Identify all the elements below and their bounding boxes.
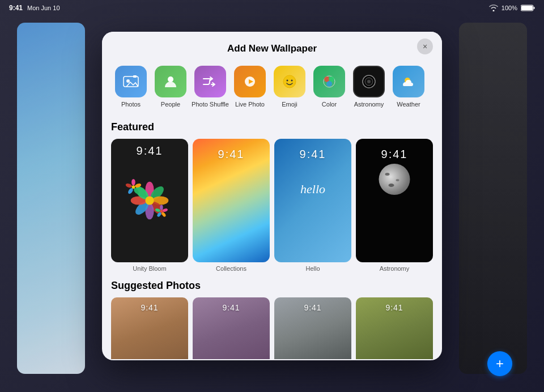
svg-point-15: [326, 81, 332, 87]
category-photos[interactable]: Photos: [111, 66, 151, 108]
status-time: 9:41: [9, 4, 23, 12]
modal-header: Add New Wallpaper ×: [102, 32, 442, 61]
category-photo-shuffle[interactable]: Photo Shuffle: [190, 66, 230, 108]
featured-card-hello[interactable]: 9:41 hello Hello: [274, 139, 351, 273]
unity-bloom-label: Unity Bloom: [111, 265, 188, 272]
close-button[interactable]: ×: [417, 39, 433, 54]
featured-grid: 9:41 Unity Bloom 9:41 Collections 9:41 h…: [111, 139, 433, 273]
suggested-photo-3[interactable]: 9:41: [274, 297, 351, 359]
suggested-photos-grid: 9:41 9:41 9:41 9:41: [111, 297, 433, 359]
svg-point-34: [132, 185, 135, 189]
category-color[interactable]: Color: [309, 66, 349, 108]
photos-icon: [115, 66, 147, 97]
featured-card-collections[interactable]: 9:41 Collections: [193, 139, 270, 273]
featured-card-astronomy[interactable]: 9:41 Astronomy: [356, 139, 433, 273]
featured-section-title: Featured: [111, 121, 433, 133]
astronomy-icon: [353, 66, 385, 97]
unity-bloom-time: 9:41: [111, 144, 188, 157]
status-bar: 9:41 Mon Jun 10 100%: [0, 0, 544, 16]
add-wallpaper-modal: Add New Wallpaper × Photos People Photo …: [102, 32, 442, 360]
svg-rect-1: [521, 6, 533, 10]
svg-rect-5: [133, 75, 137, 78]
status-indicators: 100%: [489, 5, 535, 11]
category-row: Photos People Photo Shuffle Live Photo E…: [102, 61, 442, 114]
svg-rect-2: [534, 7, 535, 9]
hello-text: hello: [274, 182, 351, 197]
category-people[interactable]: People: [151, 66, 190, 108]
svg-rect-3: [124, 76, 138, 87]
suggested-photo-1[interactable]: 9:41: [111, 297, 188, 359]
hello-label: Hello: [274, 265, 351, 272]
modal-content[interactable]: Featured: [102, 114, 442, 359]
suggested-photo-3-time: 9:41: [274, 303, 351, 312]
emoji-label: Emoji: [282, 101, 298, 108]
add-wallpaper-button[interactable]: +: [487, 351, 512, 376]
svg-point-29: [131, 179, 135, 185]
svg-point-28: [145, 196, 154, 204]
modal-title: Add New Wallpaper: [227, 43, 317, 54]
photo-shuffle-label: Photo Shuffle: [192, 101, 229, 108]
plus-icon: +: [496, 356, 504, 372]
people-label: People: [161, 101, 180, 108]
svg-point-10: [287, 80, 288, 82]
weather-icon: [393, 66, 424, 97]
svg-point-35: [160, 204, 163, 210]
close-icon: ×: [423, 42, 427, 51]
category-emoji[interactable]: Emoji: [270, 66, 309, 108]
suggested-photo-4[interactable]: 9:41: [356, 297, 433, 359]
weather-label: Weather: [397, 101, 420, 108]
svg-point-6: [168, 76, 173, 82]
astronomy-label: Astronomy: [356, 265, 433, 272]
featured-card-unity-bloom[interactable]: 9:41 Unity Bloom: [111, 139, 188, 273]
wallpaper-preview-right[interactable]: [459, 23, 527, 374]
wallpaper-right-inner: [459, 23, 527, 374]
live-photo-label: Live Photo: [235, 101, 265, 108]
category-live-photo[interactable]: Live Photo: [230, 66, 270, 108]
wallpaper-left-inner: [17, 23, 85, 374]
suggested-photo-4-time: 9:41: [356, 303, 433, 312]
live-photo-icon: [234, 66, 266, 97]
status-date: Mon Jun 10: [27, 5, 60, 11]
suggested-photo-2[interactable]: 9:41: [193, 297, 270, 359]
svg-point-33: [125, 182, 133, 188]
emoji-icon: [274, 66, 305, 97]
collections-label: Collections: [193, 265, 270, 272]
suggested-section-title: Suggested Photos: [111, 280, 433, 292]
svg-point-11: [291, 80, 293, 82]
svg-point-9: [283, 75, 296, 88]
svg-point-4: [126, 79, 130, 83]
color-icon: [313, 66, 345, 97]
category-weather[interactable]: Weather: [389, 66, 428, 108]
category-astronomy[interactable]: Astronomy: [349, 66, 389, 108]
suggested-photo-1-time: 9:41: [111, 303, 188, 312]
svg-point-40: [160, 210, 163, 213]
battery-icon: [521, 5, 535, 11]
wallpaper-preview-left[interactable]: [17, 23, 85, 374]
color-label: Color: [322, 101, 337, 108]
astronomy-time: 9:41: [356, 148, 433, 161]
photos-label: Photos: [121, 101, 141, 108]
photo-shuffle-icon: [194, 66, 226, 97]
svg-point-18: [367, 80, 371, 83]
collections-time: 9:41: [193, 148, 270, 161]
wifi-icon: [489, 5, 498, 11]
suggested-photo-2-time: 9:41: [193, 303, 270, 312]
hello-time: 9:41: [274, 148, 351, 161]
battery-text: 100%: [502, 5, 517, 11]
astronomy-label: Astronomy: [354, 101, 384, 108]
people-icon: [155, 66, 186, 97]
